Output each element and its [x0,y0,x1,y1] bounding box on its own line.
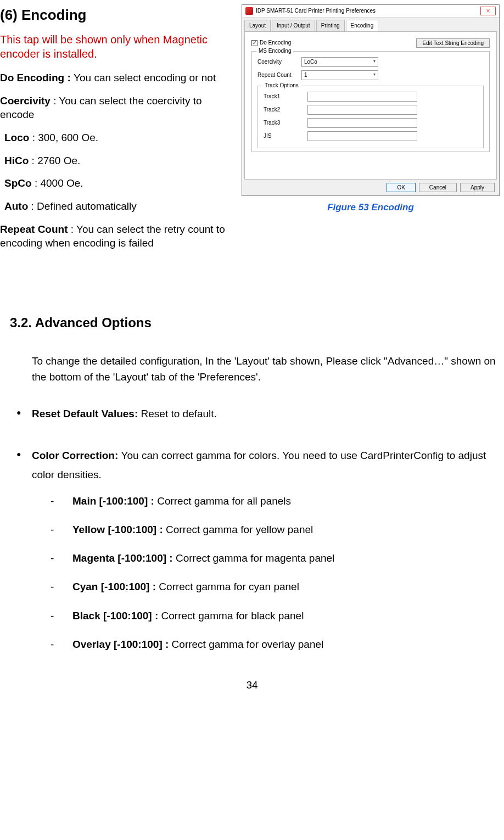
desc-spco: : 4000 Oe. [32,177,83,189]
ok-button[interactable]: OK [387,183,415,192]
dialog-footer: OK Cancel Apply [242,180,499,195]
color-correction-list: Main [-100:100] : Correct gamma for all … [51,492,504,654]
combo-repeat-value: 1 [304,71,307,79]
label-hico: HiCo [4,155,29,166]
tab-layout[interactable]: Layout [244,20,271,31]
cc-item: Overlay [-100:100] : Correct gamma for o… [51,635,504,654]
group-ms-encoding-title: MS Encoding [256,47,293,55]
figure-caption: Figure 53 Encoding [327,201,414,214]
checkbox-do-encoding[interactable]: ✓ Do Encoding [251,39,291,47]
cc-item: Main [-100:100] : Correct gamma for all … [51,492,504,511]
desc-loco: : 300, 600 Oe. [29,132,98,143]
label-color-correction: Color Correction: [32,450,121,461]
track3-input[interactable] [307,118,417,128]
track2-input[interactable] [307,105,417,115]
heading-3-2: 3.2. Advanced Options [10,314,504,332]
dialog-body: ✓ Do Encoding Edit Text String Encoding … [244,31,497,180]
label-repeat: Repeat Count [0,223,68,235]
para-repeat: Repeat Count : You can select the retry … [0,222,232,250]
checkbox-do-encoding-label: Do Encoding [260,39,291,47]
desc-hico: : 2760 Oe. [29,155,80,166]
jis-label: JIS [264,132,302,140]
chevron-down-icon: ▾ [373,72,376,78]
track3-label: Track3 [264,119,302,127]
cc-item-label: Overlay [-100:100] : [72,639,172,650]
cc-item: Cyan [-100:100] : Correct gamma for cyan… [51,578,504,596]
label-coercivity: Coercivity [0,95,51,107]
label-loco: Loco [4,132,29,143]
advanced-intro: To change the detailed configuration, In… [32,354,497,385]
cc-item-label: Yellow [-100:100] : [72,524,166,535]
label-reset-default: Reset Default Values: [32,408,141,419]
group-ms-encoding: MS Encoding Coercivity LoCo ▾ Repeat Cou… [251,51,490,152]
desc-reset-default: Reset to default. [141,408,217,419]
cc-item-desc: Correct gamma for magenta panel [176,552,334,564]
cc-item: Magenta [-100:100] : Correct gamma for m… [51,549,504,568]
para-coercivity: Coercivity : You can select the coercivi… [0,94,232,122]
para-hico: HiCo : 2760 Oe. [0,154,232,168]
group-track-options-title: Track Options [262,82,301,89]
label-auto: Auto [4,200,28,212]
tab-input-output[interactable]: Input / Output [272,20,315,31]
bullet-color-correction: Color Correction: You can correct gamma … [16,446,504,654]
para-spco: SpCo : 4000 Oe. [0,176,232,191]
field-coercivity-label: Coercivity [257,58,296,66]
cc-item-desc: Correct gamma for black panel [161,610,304,621]
desc-do-encoding: You can select encoding or not [74,72,216,83]
desc-auto: : Defined automatically [28,200,137,212]
label-spco: SpCo [4,177,32,189]
combo-repeat-count[interactable]: 1 ▾ [301,70,378,80]
cancel-button[interactable]: Cancel [419,183,457,192]
cc-item: Black [-100:100] : Correct gamma for bla… [51,607,504,625]
edit-text-string-button[interactable]: Edit Text String Encoding [416,38,490,48]
label-do-encoding: Do Encoding : [0,72,74,83]
field-repeat-label: Repeat Count [257,71,296,79]
combo-coercivity[interactable]: LoCo ▾ [301,57,378,67]
track2-label: Track2 [264,106,302,114]
bullet-reset-default: Reset Default Values: Reset to default. [16,405,504,423]
track1-input[interactable] [307,92,417,102]
cc-item-label: Cyan [-100:100] : [72,581,159,592]
close-icon[interactable]: × [480,7,496,15]
tab-printing[interactable]: Printing [316,20,345,31]
para-do-encoding: Do Encoding : You can select encoding or… [0,71,232,85]
track1-label: Track1 [264,93,302,100]
dialog-titlebar: IDP SMART-51 Card Printer Printing Prefe… [242,5,499,18]
group-track-options: Track Options Track1 Track2 Track3 JIS [257,86,484,148]
cc-item-label: Main [-100:100] : [72,495,157,507]
tab-encoding[interactable]: Encoding [346,20,379,31]
cc-item: Yellow [-100:100] : Correct gamma for ye… [51,520,504,539]
checkmark-icon: ✓ [251,40,257,46]
cc-item-label: Black [-100:100] : [72,610,161,621]
cc-item-desc: Correct gamma for all panels [157,495,291,507]
dialog-title-text: IDP SMART-51 Card Printer Printing Prefe… [256,7,376,15]
jis-input[interactable] [307,131,417,141]
red-note: This tap will be shown only when Magneti… [0,32,232,61]
page-number: 34 [0,678,504,692]
cc-item-desc: Correct gamma for cyan panel [159,581,299,592]
apply-button[interactable]: Apply [460,183,495,192]
cc-item-desc: Correct gamma for yellow panel [166,524,313,535]
dialog-preferences: IDP SMART-51 Card Printer Printing Prefe… [242,4,500,196]
app-icon [245,7,253,15]
chevron-down-icon: ▾ [373,59,376,65]
tabstrip: Layout Input / Output Printing Encoding [242,18,499,31]
para-auto: Auto : Defined automatically [0,199,232,214]
heading-encoding: (6) Encoding [0,5,232,25]
combo-coercivity-value: LoCo [304,58,317,66]
para-loco: Loco : 300, 600 Oe. [0,131,232,145]
cc-item-label: Magenta [-100:100] : [72,552,176,564]
cc-item-desc: Correct gamma for overlay panel [172,639,324,650]
